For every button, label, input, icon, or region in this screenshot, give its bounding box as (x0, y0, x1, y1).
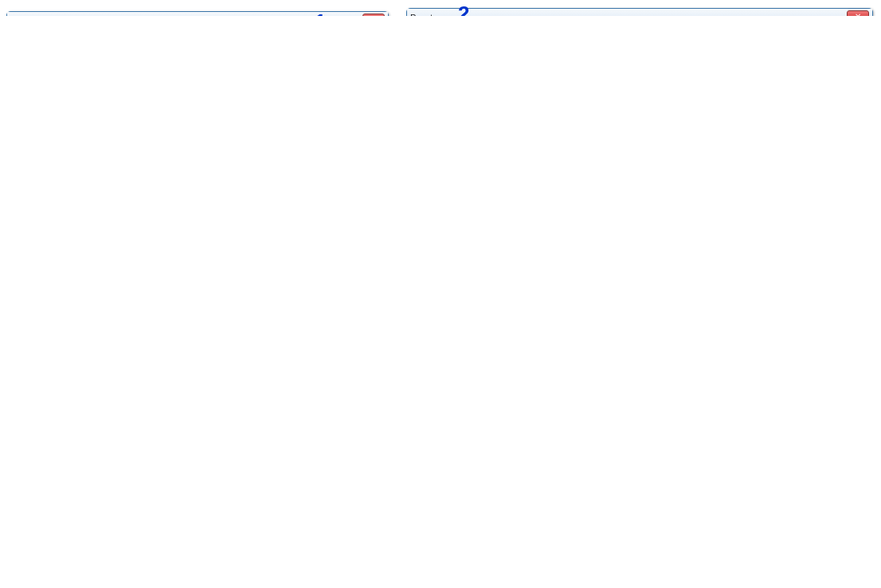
annotation-number-2: 2 (458, 2, 469, 16)
close-button[interactable]: ✕ (847, 10, 869, 16)
titlebar[interactable]: Pacotes ✕ (407, 9, 872, 16)
window-pacotes: Pacotes ✕ Dt Início serviços Dt. fim ser… (406, 8, 873, 16)
window-title: Dados do pacote (10, 16, 76, 17)
annotation-number-1: 1 (315, 10, 326, 16)
close-button[interactable]: ✕ (362, 14, 385, 16)
window-dados-pacote: Dados do pacote ✕ CVC Dt Início serviços (6, 11, 389, 16)
window-title: Pacotes (410, 13, 442, 17)
titlebar[interactable]: Dados do pacote ✕ (7, 12, 388, 16)
